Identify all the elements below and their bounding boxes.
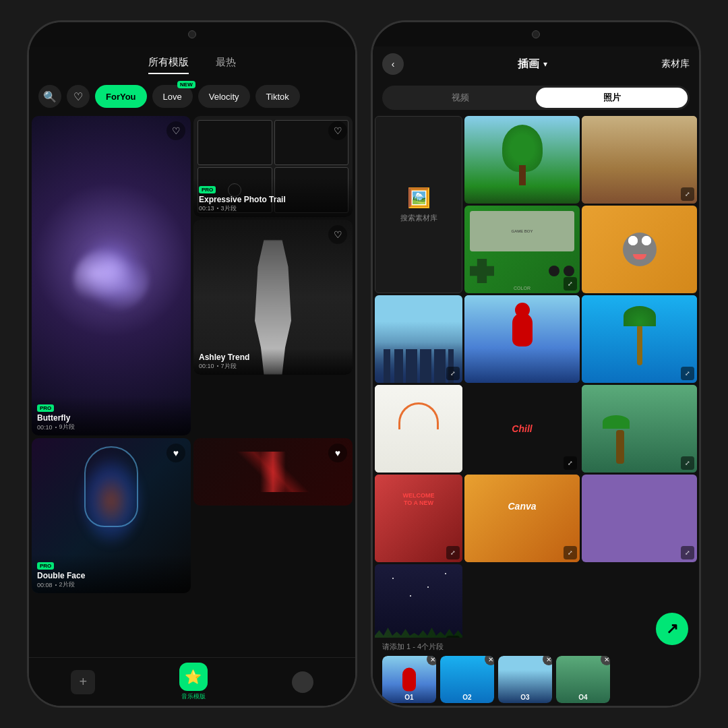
toggle-photo[interactable]: 照片 bbox=[536, 88, 688, 108]
profile-avatar bbox=[292, 671, 313, 693]
expand-icon-purple[interactable]: ⤢ bbox=[681, 546, 694, 559]
expand-icon-night[interactable]: ⤢ bbox=[446, 636, 460, 638]
canva-sign: Canva bbox=[508, 501, 536, 512]
media-cell-spiderman[interactable] bbox=[464, 295, 580, 383]
media-cell-canva[interactable]: Canva ⤢ bbox=[464, 475, 580, 562]
tom-head bbox=[623, 233, 657, 266]
media-grid: 🖼️ 搜索素材库 ⤢ GAME BOY bbox=[373, 114, 699, 638]
expand-icon-canva[interactable]: ⤢ bbox=[564, 546, 577, 559]
media-cell-chill[interactable]: Chill ⤢ bbox=[464, 385, 580, 473]
expand-icon-palm[interactable]: ⤢ bbox=[681, 367, 694, 380]
tree-visual bbox=[502, 125, 543, 185]
media-cell-desert[interactable]: ⤢ bbox=[582, 116, 697, 204]
thumb-label-4: O4 bbox=[578, 694, 587, 701]
header-title-group: 插画 ▾ bbox=[409, 57, 656, 71]
selected-thumb-4[interactable]: ✕ O4 bbox=[556, 656, 610, 703]
media-cell-pool[interactable]: ⤢ bbox=[582, 385, 697, 473]
welcome-text: WELCOMETO A NEW bbox=[377, 492, 460, 507]
left-phone-top-bar bbox=[29, 22, 355, 47]
d-pad bbox=[470, 259, 494, 283]
template-small[interactable]: ♥ bbox=[193, 438, 353, 506]
search-media-label: 搜索素材库 bbox=[400, 213, 437, 223]
palm-tree bbox=[637, 325, 642, 365]
card-title: Butterfly bbox=[37, 413, 185, 423]
nav-music-templates[interactable]: ⭐ 音乐模版 bbox=[179, 663, 208, 701]
expand-icon-pool[interactable]: ⤢ bbox=[681, 456, 694, 470]
spider-figure bbox=[512, 313, 533, 346]
bottom-nav: + ⭐ 音乐模版 bbox=[29, 657, 355, 706]
like-button-ashley[interactable]: ♡ bbox=[328, 225, 347, 244]
gb-button-b bbox=[564, 266, 574, 276]
media-cell-tomjerry[interactable] bbox=[582, 206, 697, 293]
gameboy-screen: GAME BOY bbox=[470, 211, 574, 251]
card-meta-df: 00:08 2片段 bbox=[37, 580, 185, 589]
selected-thumb-2[interactable]: ✕ O2 bbox=[440, 656, 494, 703]
tree-trunk bbox=[519, 165, 526, 185]
template-expressive-photo-trail[interactable]: ♡ PRO Expressive Photo Trail 00:13 3片段 bbox=[193, 116, 353, 217]
back-button[interactable]: ‹ bbox=[382, 53, 404, 75]
library-button[interactable]: 素材库 bbox=[661, 58, 690, 70]
media-cell-gameboy[interactable]: GAME BOY COLOR ⤢ bbox=[464, 206, 580, 293]
night-stars bbox=[375, 564, 462, 638]
like-button-photo-trail[interactable]: ♡ bbox=[328, 121, 347, 140]
thumb-label-2: O2 bbox=[462, 694, 471, 701]
bottom-strip: 请添加 1 - 4个片段 ✕ O1 ✕ O2 ✕ O3 bbox=[373, 638, 699, 706]
expand-icon-retro[interactable]: ⤢ bbox=[446, 546, 460, 559]
chevron-down-icon[interactable]: ▾ bbox=[543, 59, 547, 69]
selected-thumb-3[interactable]: ✕ O3 bbox=[498, 656, 552, 703]
gameboy-label: COLOR bbox=[514, 286, 530, 291]
media-cell-cityblue[interactable]: ⤢ bbox=[375, 295, 462, 383]
templates-grid: ♡ PRO Butterfly 00:10 9片段 bbox=[29, 113, 355, 657]
search-media-cell[interactable]: 🖼️ 搜索素材库 bbox=[375, 116, 462, 293]
right-header: ‹ 插画 ▾ 素材库 bbox=[373, 47, 699, 82]
nav-profile[interactable] bbox=[292, 671, 313, 693]
template-ashley-trend[interactable]: ♡ Ashley Trend 00:10 7片段 bbox=[193, 220, 353, 375]
front-camera bbox=[188, 30, 196, 38]
gb-button-a bbox=[549, 266, 559, 276]
pro-badge-df: PRO bbox=[37, 562, 54, 570]
like-button-butterfly[interactable]: ♡ bbox=[166, 121, 185, 140]
nav-music-label: 音乐模版 bbox=[181, 692, 206, 701]
media-cell-tree[interactable] bbox=[464, 116, 580, 204]
media-cell-retro[interactable]: WELCOMETO A NEW ⤢ bbox=[375, 475, 462, 562]
expand-icon-chill[interactable]: ⤢ bbox=[564, 456, 577, 470]
nav-add[interactable]: + bbox=[71, 670, 95, 694]
new-badge: NEW bbox=[177, 81, 195, 88]
thumb-label-3: O3 bbox=[520, 694, 529, 701]
filter-row: 🔍 ♡ ForYou Love NEW Velocity Tiktok bbox=[29, 80, 355, 113]
card-meta-ashley: 00:10 7片段 bbox=[199, 362, 347, 371]
media-cell-arch[interactable] bbox=[375, 385, 462, 473]
front-camera-right bbox=[532, 30, 540, 38]
pro-badge: PRO bbox=[37, 404, 54, 412]
music-templates-icon: ⭐ bbox=[179, 663, 208, 691]
toggle-video[interactable]: 视频 bbox=[384, 88, 536, 108]
thumb-label-1: O1 bbox=[404, 694, 413, 701]
filter-velocity[interactable]: Velocity bbox=[198, 85, 250, 108]
template-double-face[interactable]: ♥ PRO Double Face 00:08 2片段 bbox=[32, 438, 191, 593]
card-title-ashley: Ashley Trend bbox=[199, 353, 347, 362]
header-title-text: 插画 bbox=[518, 57, 539, 71]
media-cell-purple[interactable]: ⤢ bbox=[582, 475, 697, 562]
media-cell-night[interactable]: ⤢ bbox=[375, 564, 462, 638]
template-butterfly[interactable]: ♡ PRO Butterfly 00:10 9片段 bbox=[32, 116, 191, 435]
media-cell-palm[interactable]: ⤢ bbox=[582, 295, 697, 383]
card-meta: 00:10 9片段 bbox=[37, 423, 185, 431]
tab-hot[interactable]: 最热 bbox=[216, 56, 236, 74]
filter-foryou[interactable]: ForYou bbox=[95, 85, 147, 108]
filter-love[interactable]: Love NEW bbox=[152, 85, 193, 108]
add-hint: 请添加 1 - 4个片段 bbox=[382, 642, 690, 652]
filter-tiktok[interactable]: Tiktok bbox=[255, 85, 300, 108]
right-phone-top-bar bbox=[373, 22, 699, 47]
selected-thumb-1[interactable]: ✕ O1 bbox=[382, 656, 436, 703]
heart-icon[interactable]: ♡ bbox=[67, 85, 90, 108]
tab-all-templates[interactable]: 所有模版 bbox=[148, 56, 189, 74]
expand-icon[interactable]: ⤢ bbox=[681, 187, 694, 201]
card-meta-trail: 00:13 3片段 bbox=[199, 204, 347, 213]
nav-tabs: 所有模版 最热 bbox=[29, 47, 355, 80]
palm-trunk bbox=[637, 325, 642, 365]
pro-badge-trail: PRO bbox=[199, 186, 216, 193]
expand-icon-gb[interactable]: ⤢ bbox=[564, 277, 577, 291]
fab-button[interactable]: ↗ bbox=[656, 613, 688, 645]
search-icon[interactable]: 🔍 bbox=[38, 85, 61, 108]
expand-icon-city[interactable]: ⤢ bbox=[446, 367, 460, 380]
